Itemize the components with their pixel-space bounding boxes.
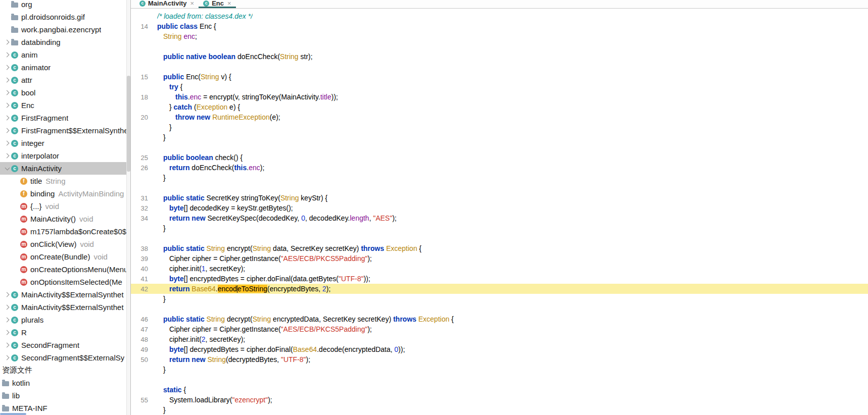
code-line[interactable]: }: [131, 122, 868, 132]
chevron-right-icon[interactable]: [3, 114, 11, 122]
code-line[interactable]: String enc;: [131, 31, 868, 41]
tree-item[interactable]: cEnc: [0, 99, 127, 112]
code-line[interactable]: }: [131, 132, 868, 142]
chevron-right-icon[interactable]: [3, 329, 11, 337]
chevron-right-icon[interactable]: [3, 38, 11, 46]
tree-item[interactable]: monOptionsItemSelected(Me: [0, 276, 127, 288]
code-line[interactable]: 46public static String decrypt(String en…: [131, 314, 868, 324]
code-line[interactable]: 25public boolean check() {: [131, 152, 868, 163]
tree-item[interactable]: cinterpolator: [0, 149, 127, 162]
code-line[interactable]: 14public class Enc {: [131, 21, 868, 31]
code-line[interactable]: 48cipher.init(2, secretKey);: [131, 334, 868, 344]
chevron-right-icon[interactable]: [3, 64, 11, 72]
chevron-right-icon[interactable]: [3, 291, 11, 299]
tree-horizontal-scrollbar-thumb[interactable]: [0, 413, 26, 415]
chevron-right-icon[interactable]: [3, 354, 11, 362]
code-line[interactable]: 18this.enc = encrypt(v, stringToKey(Main…: [131, 92, 868, 102]
tree-item[interactable]: cMainActivity$$ExternalSynthet: [0, 301, 127, 314]
code-line-current[interactable]: 42return Base64.encodeToString(encrypted…: [131, 284, 868, 294]
tree-item[interactable]: monCreate(Bundle)void: [0, 250, 127, 263]
code-line[interactable]: 41byte[] encryptedBytes = cipher.doFinal…: [131, 274, 868, 284]
tree-item[interactable]: 资源文件: [0, 364, 127, 377]
code-line[interactable]: 26return doEncCheck(this.enc);: [131, 163, 868, 173]
tree-item[interactable]: cattr: [0, 74, 127, 86]
tree-item[interactable]: cSecondFragment: [0, 339, 127, 351]
tree-item[interactable]: cFirstFragment: [0, 112, 127, 124]
code-line[interactable]: /* loaded from: classes4.dex */: [131, 11, 868, 21]
tree-item[interactable]: kotlin: [0, 377, 127, 389]
code-line-text: Cipher cipher = Cipher.getInstance("AES/…: [157, 325, 372, 333]
chevron-right-icon[interactable]: [3, 341, 11, 349]
tree-item[interactable]: monClick(View)void: [0, 238, 127, 250]
tree-item[interactable]: ftitleString: [0, 175, 127, 187]
code-line[interactable]: }: [131, 173, 868, 183]
tree-item[interactable]: cR: [0, 326, 127, 339]
code-line[interactable]: 15public Enc(String v) {: [131, 72, 868, 82]
code-line[interactable]: }: [131, 405, 868, 415]
tree-item[interactable]: canimator: [0, 61, 127, 74]
code-line[interactable]: 38public static String encrypt(String da…: [131, 243, 868, 253]
code-line[interactable]: [131, 183, 868, 193]
code-line[interactable]: 55System.loadLibrary("ezencrypt");: [131, 395, 868, 405]
tree-item[interactable]: work.pangbai.ezencrypt: [0, 23, 127, 36]
tree-item[interactable]: mm1757lambda$onCreate$0$: [0, 225, 127, 238]
chevron-right-icon[interactable]: [3, 51, 11, 59]
code-line[interactable]: 34return new SecretKeySpec(decodedKey, 0…: [131, 213, 868, 223]
code-line[interactable]: [131, 233, 868, 243]
code-line[interactable]: 49byte[] decryptedBytes = cipher.doFinal…: [131, 344, 868, 354]
tree-item[interactable]: m{...}void: [0, 200, 127, 213]
chevron-right-icon[interactable]: [3, 89, 11, 97]
code-line[interactable]: }: [131, 223, 868, 233]
chevron-right-icon[interactable]: [3, 152, 11, 160]
close-icon[interactable]: ×: [227, 0, 231, 7]
code-line[interactable]: try {: [131, 82, 868, 92]
tree-item[interactable]: databinding: [0, 36, 127, 48]
tree-horizontal-scrollbar[interactable]: [0, 412, 127, 415]
code-line[interactable]: static {: [131, 385, 868, 395]
tree-item[interactable]: cSecondFragment$$ExternalSy: [0, 351, 127, 364]
tree-item[interactable]: canim: [0, 48, 127, 61]
chevron-right-icon[interactable]: [3, 316, 11, 324]
tree-item[interactable]: cplurals: [0, 314, 127, 326]
code-line[interactable]: } catch (Exception e) {: [131, 102, 868, 112]
chevron-right-icon[interactable]: [3, 139, 11, 147]
chevron-right-icon[interactable]: [3, 101, 11, 110]
tree-vertical-scrollbar-thumb[interactable]: [127, 76, 130, 172]
code-line[interactable]: 50return new String(decryptedBytes, "UTF…: [131, 354, 868, 365]
code-line[interactable]: 47Cipher cipher = Cipher.getInstance("AE…: [131, 324, 868, 334]
tree-item[interactable]: fbindingActivityMainBinding: [0, 187, 127, 200]
tab-enc[interactable]: cEnc×: [199, 0, 235, 8]
tree-item[interactable]: lib: [0, 389, 127, 402]
code-line[interactable]: }: [131, 365, 868, 375]
code-line-text: return new String(decryptedBytes, "UTF-8…: [157, 355, 310, 364]
chevron-right-icon[interactable]: [3, 127, 11, 135]
tree-vertical-scrollbar[interactable]: [126, 0, 130, 415]
tree-item[interactable]: cMainActivity: [0, 162, 127, 175]
code-line[interactable]: 32byte[] decodedKey = keyStr.getBytes();: [131, 203, 868, 213]
chevron-right-icon[interactable]: [3, 303, 11, 312]
code-editor[interactable]: /* loaded from: classes4.dex */14public …: [131, 9, 868, 415]
tree-item[interactable]: mMainActivity()void: [0, 213, 127, 225]
code-line[interactable]: [131, 41, 868, 51]
tree-item[interactable]: cMainActivity$$ExternalSynthet: [0, 288, 127, 301]
code-line[interactable]: [131, 62, 868, 72]
code-line[interactable]: }: [131, 294, 868, 304]
tree-item[interactable]: pl.droidsonroids.gif: [0, 11, 127, 23]
code-line[interactable]: public native boolean doEncCheck(String …: [131, 51, 868, 62]
tree-item[interactable]: cFirstFragment$$ExternalSynthe: [0, 124, 127, 137]
tree-item[interactable]: monCreateOptionsMenu(Menu: [0, 263, 127, 276]
tree-item[interactable]: org: [0, 0, 127, 11]
code-line[interactable]: [131, 304, 868, 314]
code-line[interactable]: 40cipher.init(1, secretKey);: [131, 264, 868, 274]
chevron-down-icon[interactable]: [3, 165, 11, 173]
chevron-right-icon[interactable]: [3, 76, 11, 84]
code-line[interactable]: [131, 375, 868, 385]
code-line[interactable]: [131, 142, 868, 152]
tree-item[interactable]: cinteger: [0, 137, 127, 149]
code-line[interactable]: 39Cipher cipher = Cipher.getInstance("AE…: [131, 253, 868, 264]
tree-item[interactable]: cbool: [0, 86, 127, 99]
code-line[interactable]: 20throw new RuntimeException(e);: [131, 112, 868, 122]
close-icon[interactable]: ×: [190, 0, 195, 7]
tab-mainactivity[interactable]: cMainActivity×: [135, 0, 199, 8]
code-line[interactable]: 31public static SecretKey stringToKey(St…: [131, 193, 868, 203]
